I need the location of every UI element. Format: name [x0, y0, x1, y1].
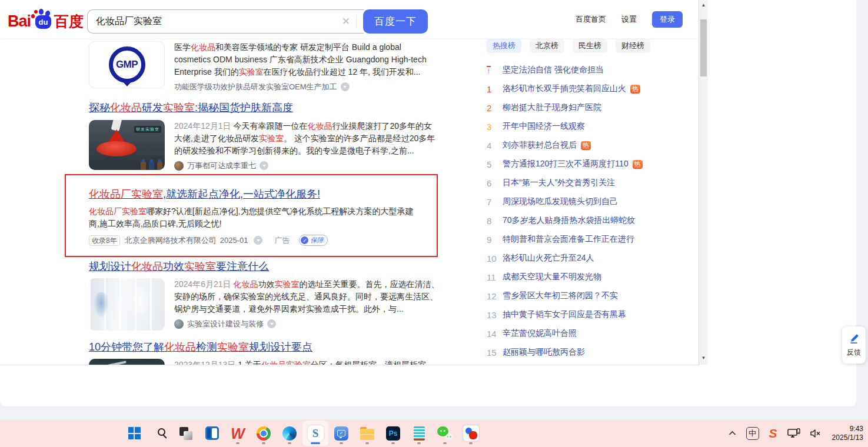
tab-finance-list[interactable]: 财经榜	[616, 39, 650, 53]
search-input[interactable]	[96, 16, 342, 27]
page-scrollbar[interactable]: ▲ ▼	[699, 0, 708, 365]
search-button[interactable]: 百度一下	[363, 9, 428, 34]
edge-button[interactable]	[277, 421, 302, 446]
hidden-icons-chevron[interactable]	[729, 431, 736, 436]
hot-item-text: 周深现场吃瓜发现镜头切到自己	[503, 196, 618, 207]
taskbar-search-button[interactable]	[147, 421, 173, 446]
photos-app-button[interactable]	[458, 421, 484, 446]
wechat-button[interactable]	[432, 421, 458, 446]
tab-livelihood-list[interactable]: 民生榜	[573, 39, 607, 53]
baidu-paw-icon: du	[31, 9, 53, 30]
result-source[interactable]: 万事都可达成李重七	[187, 159, 256, 172]
hot-item-text: 赵丽颖与哪吒敖丙合影	[503, 347, 585, 358]
result-ad: 化妆品厂实验室,就选新起点净化,一站式净化服务! 化妆品厂实验室哪家好?认准[新…	[89, 188, 440, 246]
notepad-icon	[414, 426, 425, 441]
ad-company[interactable]: 北京企腾网络技术有限公司	[125, 235, 217, 246]
hot-search-item[interactable]: 1 洛杉矶市长双手插兜笑着回应山火 热	[487, 79, 663, 98]
notepad-button[interactable]	[406, 421, 432, 446]
expand-icon[interactable]	[254, 236, 262, 245]
hot-rank: 5	[487, 159, 497, 169]
hot-item-text: 柳岩挺大肚子现身妇产医院	[503, 102, 601, 113]
hot-rank: 9	[487, 235, 497, 245]
clock-time: 9:43	[832, 425, 863, 433]
result-title-link[interactable]: 10分钟带您了解化妆品检测实验室规划设计要点	[89, 341, 312, 353]
hot-search-item[interactable]: 2 柳岩挺大肚子现身妇产医院	[487, 98, 663, 117]
baidu-home-link[interactable]: 百度首页	[576, 14, 606, 25]
gmp-label: GMP	[116, 59, 138, 71]
hot-item-text: 抽中黄子韬车女子回应是否有黑幕	[503, 309, 626, 320]
hot-search-item[interactable]: 7 周深现场吃瓜发现镜头切到自己	[487, 192, 663, 211]
login-button[interactable]: 登录	[652, 11, 683, 28]
hot-search-item[interactable]: 9 特朗普和普京会面准备工作正在进行	[487, 230, 663, 249]
hot-search-item[interactable]: 13 抽中黄子韬车女子回应是否有黑幕	[487, 305, 663, 324]
hot-search-item[interactable]: 4 刘亦菲获封总台视后 热	[487, 136, 663, 155]
tab-hot-list[interactable]: 热搜榜	[487, 39, 521, 53]
hot-item-text: 特朗普和普京会面准备工作正在进行	[503, 234, 634, 245]
volume-muted-icon[interactable]	[810, 429, 822, 438]
ime-indicator[interactable]: 中	[746, 427, 759, 440]
settings-link[interactable]: 设置	[621, 14, 637, 25]
wps-office-button[interactable]: W	[225, 421, 251, 446]
feedback-label: 反馈	[847, 348, 861, 358]
scrollbar-thumb[interactable]	[700, 19, 707, 76]
clear-search-icon[interactable]: ✕	[342, 15, 350, 28]
logo-text-bai: Bai	[8, 12, 31, 30]
result-snippet: 2024年12月1日 今天有幸跟随一位在化妆品行业摸爬滚打了20多年的女大佬,走…	[174, 120, 440, 157]
chrome-button[interactable]	[251, 421, 277, 446]
scroll-down-arrow-icon[interactable]: ▼	[699, 354, 708, 362]
hot-search-item[interactable]: 12 雪乡景区大年初三将闭园？不实	[487, 286, 663, 305]
hot-rank: 15	[487, 348, 497, 358]
result-snippet: 医学化妆品和美容医学领域的专家 研发定制平台 Build a global co…	[174, 41, 440, 78]
wps-office-icon: W	[231, 426, 245, 441]
result-title-link[interactable]: 探秘化妆品研发实验室:揭秘国货护肤新高度	[89, 101, 293, 114]
hot-search-item[interactable]: 3 开年中国经济一线观察	[487, 117, 663, 136]
result-thumbnail-dark-lab[interactable]	[89, 359, 165, 365]
taskbar-clock[interactable]: 9:43 2025/1/13	[832, 425, 863, 442]
search-results: GMP 医学化妆品和美容医学领域的专家 研发定制平台 Build a globa…	[89, 41, 440, 365]
hot-rank: 7	[487, 197, 497, 207]
sogou-browser-button[interactable]: S	[302, 421, 328, 446]
expand-icon[interactable]	[267, 319, 276, 328]
pencil-icon	[848, 333, 860, 345]
hot-search-item[interactable]: 8 70多岁老人贴身捂热水袋捂出蟒蛇纹	[487, 211, 663, 230]
hot-search-item[interactable]: 10 洛杉矶山火死亡升至24人	[487, 249, 663, 268]
result-thumbnail-red-lab[interactable]: 研发实验室	[89, 120, 165, 170]
network-display-icon[interactable]	[787, 428, 800, 439]
feedback-button[interactable]: 反馈	[842, 326, 866, 363]
baidu-logo[interactable]: Bai du 百度	[8, 9, 84, 30]
scroll-up-arrow-icon[interactable]: ▲	[699, 1, 708, 9]
guarantee-badge[interactable]: ✓ 保障	[299, 235, 328, 246]
logo-text-du: du	[39, 18, 48, 26]
folder-icon	[360, 429, 374, 440]
hot-search-panel: 热搜榜 北京榜 民生榜 财经榜 ↑ 坚定法治自信 强化使命担当 1 洛杉矶市长双…	[487, 39, 663, 362]
widgets-button[interactable]	[199, 421, 225, 446]
hot-search-item[interactable]: 11 成都天空现大量不明发光物	[487, 268, 663, 286]
baidu-results-page: Bai du 百度 ✕ 百度一下 百度首页 设置 登录	[0, 0, 699, 365]
result-thumbnail-corridor[interactable]	[89, 278, 165, 331]
result-source[interactable]: 实验室设计建设与装修	[187, 318, 264, 330]
edge-icon	[282, 426, 297, 441]
hot-search-item[interactable]: 5 警方通报120打三次不通两度打110 热	[487, 155, 663, 174]
result-source[interactable]: 功能医学级功效护肤品研发实验室OEM生产加工	[174, 81, 337, 93]
expand-icon[interactable]	[260, 161, 268, 170]
hot-search-item[interactable]: ↑ 坚定法治自信 强化使命担当	[487, 61, 663, 79]
result-title-link[interactable]: 规划设计化妆品功效实验室要注意什么	[89, 260, 269, 273]
pc-manager-button[interactable]: ✓	[328, 421, 354, 446]
hot-rank: 8	[487, 216, 497, 226]
ad-meta-row: 收录8年 北京企腾网络技术有限公司 2025-01 广告 ✓ 保障	[89, 235, 440, 246]
hot-rank: 3	[487, 122, 497, 132]
file-explorer-button[interactable]	[354, 421, 380, 446]
hot-search-item[interactable]: 6 日本“第一夫人”外交首秀引关注	[487, 174, 663, 192]
chrome-icon	[257, 426, 271, 441]
sogou-input-icon[interactable]: S	[769, 426, 777, 441]
task-view-button[interactable]	[173, 421, 199, 446]
result-snippet: 2023年12月13日 1 关于化妆品实验室分区：气相层析室、液相层析室...	[174, 359, 440, 365]
ad-title-link[interactable]: 化妆品厂实验室,就选新起点净化,一站式净化服务!	[89, 188, 320, 201]
expand-icon[interactable]	[341, 82, 350, 91]
tab-beijing-list[interactable]: 北京榜	[530, 39, 564, 53]
photoshop-button[interactable]: Ps	[380, 421, 406, 446]
hot-search-item[interactable]: 15 赵丽颖与哪吒敖丙合影	[487, 343, 663, 362]
start-button[interactable]	[121, 421, 147, 446]
hot-search-item[interactable]: 14 辛芷蕾倪妮高叶合照	[487, 324, 663, 343]
result-thumbnail-gmp[interactable]: GMP	[89, 41, 165, 88]
